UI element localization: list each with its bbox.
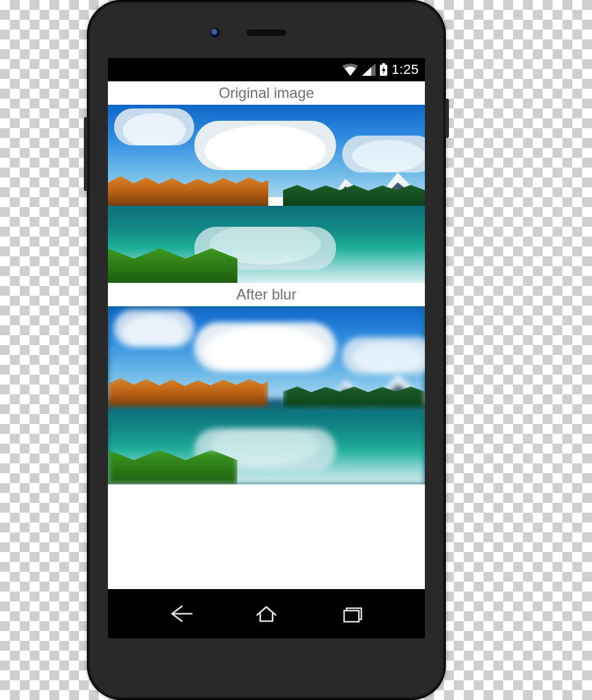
cell-signal-icon [362, 63, 376, 76]
caption-after-blur: After blur [108, 283, 425, 306]
status-clock: 1:25 [392, 62, 419, 78]
svg-rect-9 [344, 611, 359, 622]
app-content: Original image After blur [108, 81, 425, 612]
caption-original: Original image [108, 81, 425, 105]
volume-rocker [84, 117, 88, 191]
front-camera [210, 28, 220, 38]
recent-apps-button[interactable] [339, 604, 367, 623]
android-nav-bar [108, 589, 425, 638]
blurred-image [108, 306, 425, 484]
android-status-bar: 1:25 [108, 58, 425, 81]
device-frame: 1:25 Original image After blur [87, 0, 446, 700]
home-icon [252, 604, 281, 623]
wifi-icon [342, 63, 358, 76]
battery-charging-icon [379, 63, 388, 76]
home-button[interactable] [252, 604, 281, 623]
screen: 1:25 Original image After blur [108, 58, 425, 638]
svg-rect-1 [382, 63, 385, 65]
original-image [108, 105, 425, 283]
power-button [445, 99, 449, 138]
recent-apps-icon [339, 604, 367, 623]
back-button[interactable] [166, 604, 194, 623]
earpiece [247, 30, 286, 36]
back-icon [166, 604, 194, 623]
